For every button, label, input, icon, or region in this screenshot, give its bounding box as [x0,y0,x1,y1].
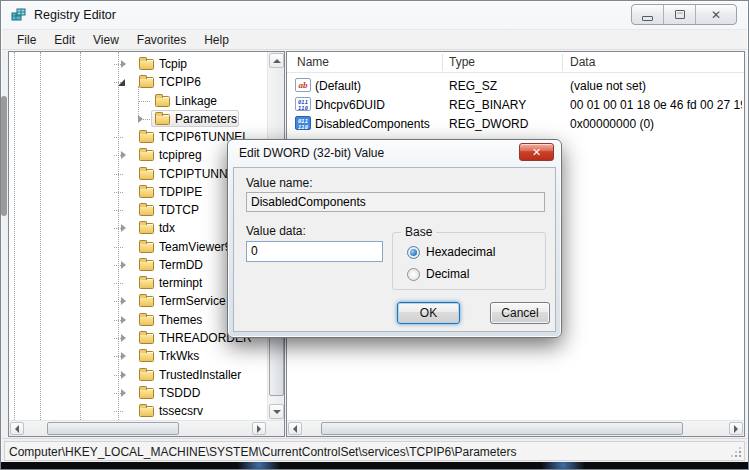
statusbar: Computer\HKEY_LOCAL_MACHINE\SYSTEM\Curre… [2,438,747,464]
arrow-right-icon [257,425,261,433]
value-data-label: Value data: [246,224,306,238]
tree-item-label[interactable]: TermDD [159,258,203,272]
dialog-body: Value name: DisabledComponents Value dat… [233,167,556,332]
window-title: Registry Editor [34,8,116,22]
menu-file[interactable]: File [8,31,45,49]
tree-item-label[interactable]: Tcpip [159,57,187,71]
tree-item[interactable]: Linkage [9,92,284,110]
tree-item[interactable]: tssecsrv [9,402,284,420]
tree-item-label[interactable]: TDTCP [159,203,199,217]
expander-collapsed-icon[interactable] [121,224,126,232]
scrollbar-thumb[interactable] [321,422,683,435]
value-data-input[interactable]: 0 [246,241,383,262]
value-name-label: Value name: [246,176,313,190]
folder-icon [139,278,154,289]
tree-horizontal-scrollbar[interactable] [9,420,284,436]
expander-collapsed-icon[interactable] [121,334,126,342]
tree-item-label[interactable]: Themes [159,313,202,327]
tree-item-label[interactable]: tdx [159,221,175,235]
expander-collapsed-icon[interactable] [121,60,126,68]
menu-favorites[interactable]: Favorites [128,31,195,49]
column-separator[interactable] [562,54,563,71]
tree-item-label[interactable]: TCPIP6 [159,75,201,89]
cancel-button[interactable]: Cancel [490,302,550,324]
scroll-down-button[interactable] [269,404,284,419]
value-row[interactable]: Dhcpv6DUID REG_BINARY 00 01 00 01 18 0e … [287,95,744,114]
menu-edit[interactable]: Edit [45,31,84,49]
radio-unselected-icon[interactable] [407,268,420,281]
expander-expanded-icon[interactable] [118,79,125,86]
menu-view[interactable]: View [84,31,128,49]
expander-collapsed-icon[interactable] [121,297,126,305]
tree-item-label[interactable]: tssecsrv [159,404,203,418]
tree-item[interactable]: TrustedInstaller [9,366,284,384]
scroll-up-button[interactable] [269,53,284,68]
folder-icon [155,96,170,107]
scroll-left-button[interactable] [10,422,24,435]
expander-collapsed-icon[interactable] [121,151,126,159]
close-icon: ✕ [532,146,541,158]
expander-collapsed-icon[interactable] [121,316,126,324]
value-data: (value not set) [570,79,742,93]
tree-item[interactable]: TSDDD [9,384,284,402]
tree-item-selected[interactable]: Parameters [9,110,284,128]
maximize-icon [675,10,685,19]
statusbar-panel: Computer\HKEY_LOCAL_MACHINE\SYSTEM\Curre… [4,441,745,461]
tree-item[interactable]: TCPIP6 [9,73,284,91]
value-name-field[interactable]: DisabledComponents [246,192,545,212]
arrow-right-icon [734,425,738,433]
tree-item-label[interactable]: Parameters [175,112,237,126]
dialog-close-button[interactable]: ✕ [519,143,554,161]
tree-item[interactable]: TrkWks [9,347,284,365]
expander-collapsed-icon[interactable] [121,371,126,379]
decimal-label: Decimal [426,267,469,281]
tree-item-label[interactable]: Linkage [175,94,217,108]
dotted-connector [114,174,123,175]
tree-item-label[interactable]: TrkWks [159,349,199,363]
tree-item-label[interactable]: TrustedInstaller [159,368,241,382]
scroll-right-button[interactable] [729,422,743,435]
tree-item-label[interactable]: terminpt [159,276,202,290]
value-row-selected[interactable]: DisabledComponents REG_DWORD 0x00000000 … [287,114,744,133]
scrollbar-thumb[interactable] [47,422,179,435]
value-name[interactable]: DisabledComponents [315,117,440,131]
column-header-data[interactable]: Data [570,55,595,69]
binary-value-icon-selected [295,116,311,130]
maximize-button[interactable] [664,5,696,24]
tree-item-label[interactable]: TermService [159,294,226,308]
tree-item-label[interactable]: TeamViewer9 [159,240,231,254]
column-separator[interactable] [442,54,443,71]
decimal-option[interactable]: Decimal [407,267,469,281]
list-horizontal-scrollbar[interactable] [287,420,744,436]
radio-selected-icon[interactable] [407,246,420,259]
minimize-button[interactable] [632,5,664,24]
value-name[interactable]: (Default) [315,79,440,93]
string-value-icon [295,78,311,92]
folder-icon [139,187,154,198]
list-header: Name Type Data [287,52,744,73]
expander-collapsed-icon[interactable] [121,352,126,360]
column-header-type[interactable]: Type [449,55,475,69]
value-row[interactable]: (Default) REG_SZ (value not set) [287,76,744,95]
scroll-left-button[interactable] [288,422,302,435]
folder-icon [139,406,154,417]
resize-grip-icon[interactable] [731,447,741,457]
expander-collapsed-icon[interactable] [121,261,126,269]
close-button[interactable]: ✕ [696,5,736,24]
tree-item-label[interactable]: tcpipreg [159,148,202,162]
value-name[interactable]: Dhcpv6DUID [315,98,440,112]
tree-item[interactable]: Tcpip [9,55,284,73]
hexadecimal-option[interactable]: Hexadecimal [407,245,495,259]
titlebar[interactable]: Registry Editor ✕ [1,1,748,29]
column-header-name[interactable]: Name [297,55,329,69]
base-group-label: Base [401,225,436,239]
expander-collapsed-icon[interactable] [121,389,126,397]
expander-collapsed-icon[interactable] [138,115,143,123]
scroll-right-button[interactable] [252,422,266,435]
edit-dword-dialog: Edit DWORD (32-bit) Value ✕ Value name: … [227,139,562,338]
tree-item-label[interactable]: TDPIPE [159,185,202,199]
menu-help[interactable]: Help [195,31,238,49]
ok-button[interactable]: OK [397,302,460,324]
scrollbar-thumb[interactable] [269,334,284,396]
tree-item-label[interactable]: TSDDD [159,386,200,400]
